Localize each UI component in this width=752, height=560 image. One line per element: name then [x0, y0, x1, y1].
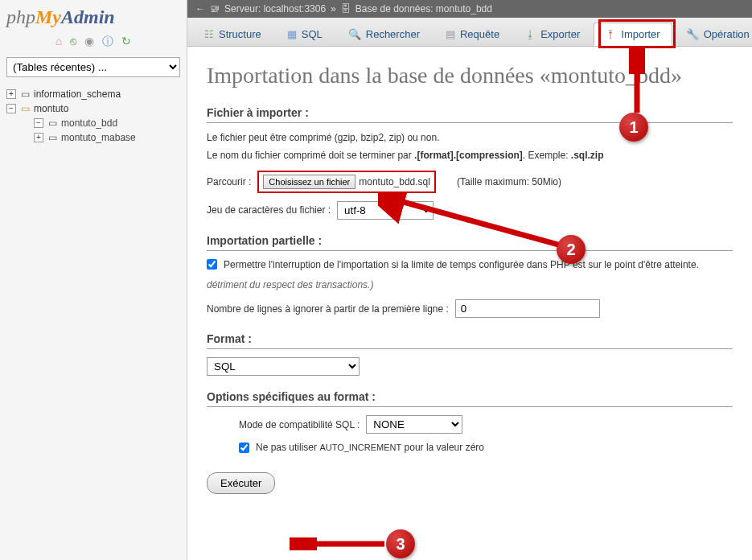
tab-bar: ☷Structure ▦SQL 🔍Rechercher ▤Requête ⭳Ex… — [187, 18, 752, 47]
chosen-filename: montuto_bdd.sql — [359, 176, 430, 187]
tab-operations[interactable]: 🔧Opération — [674, 23, 752, 46]
section-format-heading: Format : — [207, 332, 733, 349]
logout-icon[interactable]: ⎋ — [70, 35, 76, 49]
recent-tables-select[interactable]: (Tables récentes) ... — [6, 57, 180, 77]
tree-label: montuto_mabase — [61, 132, 136, 143]
database-icon: ▭ — [19, 104, 31, 113]
skip-lines-label: Nombre de lignes à ignorer à partir de l… — [207, 303, 449, 315]
docs-icon[interactable]: ⓘ — [102, 35, 113, 49]
tree-label: montuto — [34, 103, 68, 114]
database-icon: ▭ — [19, 89, 31, 99]
tree-item-montuto-mabase[interactable]: + ▭ montuto_mabase — [34, 130, 180, 145]
execute-button[interactable]: Exécuter — [207, 472, 275, 494]
hint-filename: Le nom du fichier comprimé doit se termi… — [207, 149, 733, 163]
reload-icon[interactable]: ↻ — [121, 35, 131, 49]
wrench-icon: 🔧 — [686, 28, 699, 40]
file-input-wrap: Choisissez un fichier montuto_bdd.sql — [257, 171, 436, 193]
section-options-heading: Options spécifiques au format : — [207, 390, 733, 407]
browse-label: Parcourir : — [207, 176, 251, 187]
tree-item-montuto[interactable]: − ▭ montuto — [6, 101, 180, 116]
hint-compression: Le fichier peut être comprimé (gzip, bzi… — [207, 131, 733, 145]
collapse-icon[interactable]: − — [34, 118, 43, 128]
allow-interrupt-checkbox[interactable] — [207, 259, 217, 270]
tree-item-montuto-bdd[interactable]: − ▭ montuto_bdd — [34, 116, 180, 130]
breadcrumb-server[interactable]: Serveur: localhost:3306 — [224, 3, 326, 14]
home-icon[interactable]: ⌂ — [55, 35, 62, 49]
partial-note: détriment du respect des transactions.) — [207, 278, 733, 292]
annotation-callout-3: 3 — [386, 529, 415, 558]
annotation-arrow-2 — [378, 191, 563, 249]
annotation-arrow-1 — [629, 48, 645, 114]
expand-icon[interactable]: + — [34, 133, 43, 142]
sidebar-toolbar: ⌂ ⎋ ◉ ⓘ ↻ — [6, 35, 180, 49]
tab-import[interactable]: ⭱Importer — [594, 23, 672, 46]
breadcrumb-database[interactable]: Base de données: montuto_bdd — [355, 3, 492, 14]
tree-label: information_schema — [34, 89, 121, 100]
search-icon: 🔍 — [348, 28, 361, 40]
allow-interrupt-label: Permettre l'interruption de l'importatio… — [224, 259, 699, 270]
svg-line-1 — [383, 196, 558, 245]
tab-export[interactable]: ⭳Exporter — [513, 23, 592, 46]
query-icon: ▤ — [446, 28, 455, 40]
content: Importation dans la base de données «mon… — [187, 47, 752, 560]
page-title: Importation dans la base de données «mon… — [207, 63, 733, 89]
structure-icon: ☷ — [204, 28, 214, 40]
skip-lines-input[interactable] — [455, 299, 600, 318]
no-autoincrement-label: Ne pas utiliser AUTO_INCREMENT pour la v… — [256, 442, 484, 453]
breadcrumb: ← 🖳 Serveur: localhost:3306 » 🗄 Base de … — [187, 0, 752, 18]
no-autoincrement-checkbox[interactable] — [239, 443, 249, 453]
expand-icon[interactable]: + — [6, 89, 16, 99]
tab-structure[interactable]: ☷Structure — [192, 23, 273, 46]
choose-file-button[interactable]: Choisissez un fichier — [263, 175, 355, 189]
table-icon: ▭ — [47, 133, 58, 142]
nav-left-icon[interactable]: ← — [195, 3, 205, 14]
annotation-callout-1: 1 — [619, 113, 648, 142]
section-file-heading: Fichier à importer : — [207, 106, 733, 123]
annotation-arrow-3 — [290, 537, 388, 550]
collapse-icon[interactable]: − — [6, 104, 16, 113]
db-tree: + ▭ information_schema − ▭ montuto − ▭ m… — [6, 87, 180, 145]
table-icon: ▭ — [47, 118, 58, 128]
max-size-label: (Taille maximum: 50Mio) — [457, 176, 561, 187]
tree-item-information-schema[interactable]: + ▭ information_schema — [6, 87, 180, 101]
main-panel: ← 🖳 Serveur: localhost:3306 » 🗄 Base de … — [187, 0, 752, 560]
tab-sql[interactable]: ▦SQL — [275, 23, 335, 46]
tree-label: montuto_bdd — [61, 117, 117, 129]
sidebar: phpMyAdmin ⌂ ⎋ ◉ ⓘ ↻ (Tables récentes) .… — [0, 0, 187, 560]
tab-search[interactable]: 🔍Rechercher — [336, 23, 432, 46]
charset-label: Jeu de caractères du fichier : — [207, 204, 331, 216]
database-icon: 🗄 — [341, 3, 351, 14]
sql-icon: ▦ — [287, 28, 297, 40]
sql-icon[interactable]: ◉ — [84, 35, 94, 49]
format-select[interactable]: SQL — [207, 357, 360, 376]
export-icon: ⭳ — [525, 28, 536, 40]
logo: phpMyAdmin — [6, 6, 180, 28]
server-icon: 🖳 — [210, 3, 220, 14]
compat-select[interactable]: NONE — [366, 415, 462, 434]
compat-label: Mode de compatibilité SQL : — [239, 419, 360, 430]
import-icon: ⭱ — [606, 28, 616, 40]
tab-query[interactable]: ▤Requête — [434, 23, 512, 46]
